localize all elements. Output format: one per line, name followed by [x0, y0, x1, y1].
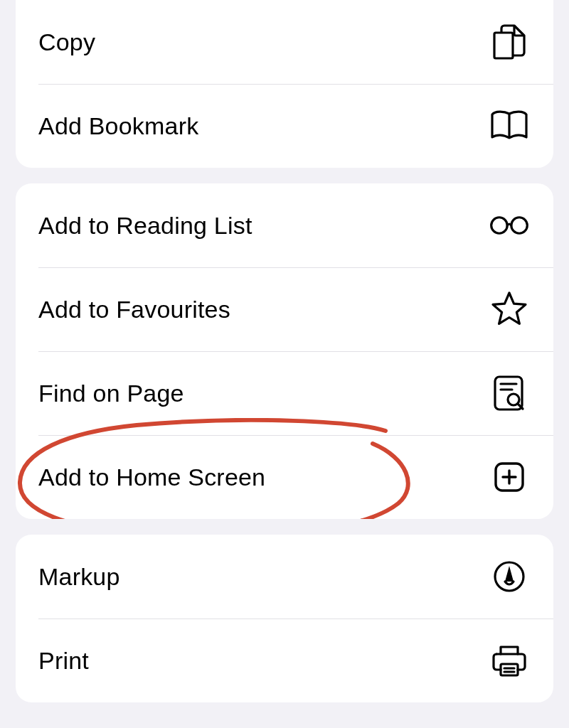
menu-group: Add to Reading List Add to Favourites Fi…	[16, 183, 553, 519]
plus-square-icon	[488, 456, 531, 498]
svg-point-0	[491, 218, 508, 234]
menu-item-label: Print	[38, 647, 89, 675]
menu-item-label: Add to Favourites	[38, 296, 230, 323]
glasses-icon	[488, 204, 531, 247]
svg-point-1	[511, 218, 528, 234]
menu-item-label: Add to Home Screen	[38, 464, 265, 491]
printer-icon	[488, 639, 531, 682]
menu-item-markup[interactable]: Markup	[16, 535, 553, 619]
menu-item-label: Markup	[38, 563, 120, 591]
star-icon	[488, 288, 531, 331]
markup-icon	[488, 555, 531, 598]
menu-group: Copy Add Bookmark	[16, 0, 553, 168]
menu-item-add-bookmark[interactable]: Add Bookmark	[16, 84, 553, 168]
menu-item-add-to-reading-list[interactable]: Add to Reading List	[16, 183, 553, 267]
menu-item-add-to-home-screen[interactable]: Add to Home Screen	[16, 435, 553, 519]
menu-item-label: Find on Page	[38, 380, 184, 407]
menu-item-find-on-page[interactable]: Find on Page	[16, 351, 553, 435]
menu-item-label: Add Bookmark	[38, 112, 198, 140]
svg-rect-11	[501, 664, 518, 675]
menu-item-copy[interactable]: Copy	[16, 0, 553, 84]
menu-item-print[interactable]: Print	[16, 619, 553, 702]
find-icon	[488, 372, 531, 414]
bookmark-icon	[488, 105, 531, 147]
menu-item-add-to-favourites[interactable]: Add to Favourites	[16, 267, 553, 351]
copy-icon	[488, 21, 531, 63]
menu-item-label: Add to Reading List	[38, 212, 252, 240]
menu-item-label: Copy	[38, 28, 95, 56]
menu-group: Markup Print	[16, 535, 553, 702]
